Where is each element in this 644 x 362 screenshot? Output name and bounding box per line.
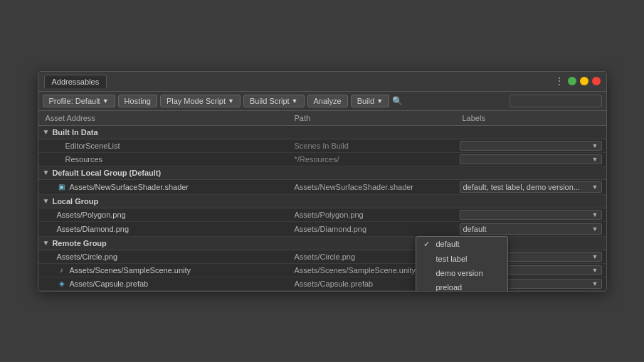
asset-path-editorscenelist: Scenes In Build xyxy=(292,142,460,150)
toolbar: Profile: Default ▼ Hosting Play Mode Scr… xyxy=(38,92,606,111)
dropdown-item-default[interactable]: ✓ default xyxy=(416,237,507,252)
label-dropdown-polygon[interactable]: ▼ xyxy=(460,210,602,220)
dropdown-item-preload[interactable]: preload xyxy=(416,280,507,291)
table-row: ♪ Assets/Scenes/SampleScene.unity Assets… xyxy=(38,264,606,277)
profile-dropdown[interactable]: Profile: Default ▼ xyxy=(43,95,115,107)
group-remote[interactable]: ▼ Remote Group xyxy=(38,237,606,250)
shader-icon: ▣ xyxy=(57,182,67,192)
addressables-tab[interactable]: Addressables xyxy=(44,75,107,88)
table-row: ▣ Assets/NewSurfaceShader.shader Assets/… xyxy=(38,180,606,195)
prefab-icon: ◈ xyxy=(57,279,67,289)
group-default-local[interactable]: ▼ Default Local Group (Default) xyxy=(38,166,606,180)
group-arrow: ▼ xyxy=(43,169,50,176)
group-name: Default Local Group (Default) xyxy=(52,169,161,177)
search-icon: 🔍 xyxy=(392,96,403,106)
table-row: Assets/Diamond.png Assets/Diamond.png de… xyxy=(38,222,606,237)
green-dot[interactable] xyxy=(568,77,576,85)
label-dropdown-shader[interactable]: default, test label, demo version... ▼ xyxy=(460,181,602,193)
asset-name-editorscenelist: EditorSceneList xyxy=(43,142,292,150)
red-dot[interactable] xyxy=(592,77,601,85)
yellow-dot[interactable] xyxy=(580,77,588,85)
search-input[interactable] xyxy=(510,95,602,107)
group-built-in-data[interactable]: ▼ Built In Data xyxy=(38,126,606,139)
asset-path-shader: Assets/NewSurfaceShader.shader xyxy=(292,183,460,191)
table-row: Resources */Resources/ ▼ xyxy=(38,153,606,166)
label-value: default xyxy=(463,225,487,233)
play-mode-script-dropdown[interactable]: Play Mode Script ▼ xyxy=(160,95,241,107)
group-arrow: ▼ xyxy=(43,128,50,136)
menu-dots[interactable]: ⋮ xyxy=(554,75,564,87)
group-name: Built In Data xyxy=(52,128,97,137)
label-cell: default ▼ xyxy=(460,223,602,235)
dropdown-item-test-label[interactable]: test label xyxy=(416,252,507,266)
addressables-window: Addressables ⋮ Profile: Default ▼ Hostin… xyxy=(38,71,607,292)
play-mode-label: Play Mode Script xyxy=(167,97,226,105)
table-row: Assets/Circle.png Assets/Circle.png ▼ xyxy=(38,250,606,264)
asset-name-shader: ▣ Assets/NewSurfaceShader.shader xyxy=(43,182,292,192)
asset-path-diamond: Assets/Diamond.png xyxy=(292,225,460,233)
build-label: Build xyxy=(357,97,374,105)
profile-arrow: ▼ xyxy=(102,97,109,105)
col-labels: Labels xyxy=(460,113,602,123)
group-name: Remote Group xyxy=(52,239,106,247)
dropdown-arrow: ▼ xyxy=(592,267,598,274)
build-script-dropdown[interactable]: Build Script ▼ xyxy=(243,95,305,107)
group-name: Local Group xyxy=(52,197,98,206)
dropdown-arrow: ▼ xyxy=(592,253,598,260)
table-row: ◈ Assets/Capsule.prefab Assets/Capsule.p… xyxy=(38,277,606,291)
group-arrow: ▼ xyxy=(43,239,50,247)
col-path: Path xyxy=(292,113,460,123)
table-row: EditorSceneList Scenes In Build ▼ xyxy=(38,139,606,153)
column-headers: Asset Address Path Labels xyxy=(38,111,606,126)
analyze-label: Analyze xyxy=(314,97,342,105)
dropdown-item-label: preload xyxy=(436,283,463,291)
asset-path-polygon: Assets/Polygon.png xyxy=(292,211,460,219)
play-mode-arrow: ▼ xyxy=(228,97,234,105)
build-arrow: ▼ xyxy=(376,97,383,105)
asset-name-resources: Resources xyxy=(43,155,292,164)
dropdown-item-label: test label xyxy=(436,255,468,263)
window-controls: ⋮ xyxy=(554,75,601,87)
asset-path-resources: */Resources/ xyxy=(292,155,460,164)
audio-icon: ♪ xyxy=(57,265,67,275)
dropdown-item-demo-version[interactable]: demo version xyxy=(416,266,507,280)
check-icon: ✓ xyxy=(423,240,432,249)
label-value: default, test label, demo version... xyxy=(463,183,580,191)
hosting-label: Hosting xyxy=(125,97,151,105)
profile-label: Profile: Default xyxy=(49,97,100,105)
dropdown-arrow: ▼ xyxy=(592,183,598,191)
dropdown-arrow: ▼ xyxy=(592,225,598,233)
build-script-label: Build Script xyxy=(250,97,290,105)
hosting-button[interactable]: Hosting xyxy=(118,95,157,107)
tab-label: Addressables xyxy=(52,78,100,86)
label-dropdown-diamond[interactable]: default ▼ xyxy=(460,223,602,235)
analyze-button[interactable]: Analyze xyxy=(307,95,348,107)
label-cell: ▼ xyxy=(460,154,602,164)
labels-popup: ✓ default test label demo version preloa… xyxy=(416,236,508,291)
asset-name-diamond: Assets/Diamond.png xyxy=(43,225,292,233)
label-cell: default, test label, demo version... ▼ xyxy=(460,181,602,193)
asset-name-samplescene: ♪ Assets/Scenes/SampleScene.unity xyxy=(43,265,292,275)
asset-name-polygon: Assets/Polygon.png xyxy=(43,211,292,219)
title-bar: Addressables ⋮ xyxy=(38,72,606,92)
dropdown-item-label: default xyxy=(436,240,460,248)
asset-name-capsule: ◈ Assets/Capsule.prefab xyxy=(43,279,292,289)
group-local[interactable]: ▼ Local Group xyxy=(38,195,606,208)
dropdown-arrow: ▼ xyxy=(592,142,598,149)
label-cell: ▼ xyxy=(460,141,602,151)
label-cell: ▼ xyxy=(460,210,602,220)
asset-name-circle: Assets/Circle.png xyxy=(43,252,292,261)
group-arrow: ▼ xyxy=(43,197,50,205)
col-asset-address: Asset Address xyxy=(43,113,292,123)
dropdown-item-label: demo version xyxy=(436,269,483,277)
table-row: Assets/Polygon.png Assets/Polygon.png ▼ xyxy=(38,208,606,222)
dropdown-arrow: ▼ xyxy=(592,211,598,218)
label-dropdown-resources[interactable]: ▼ xyxy=(460,154,602,164)
content-area: ▼ Built In Data EditorSceneList Scenes I… xyxy=(38,126,606,291)
dropdown-arrow: ▼ xyxy=(592,280,598,287)
dropdown-arrow: ▼ xyxy=(592,156,598,163)
build-script-arrow: ▼ xyxy=(292,97,298,105)
label-dropdown-editorscenelist[interactable]: ▼ xyxy=(460,141,602,151)
build-dropdown[interactable]: Build ▼ xyxy=(351,95,389,107)
